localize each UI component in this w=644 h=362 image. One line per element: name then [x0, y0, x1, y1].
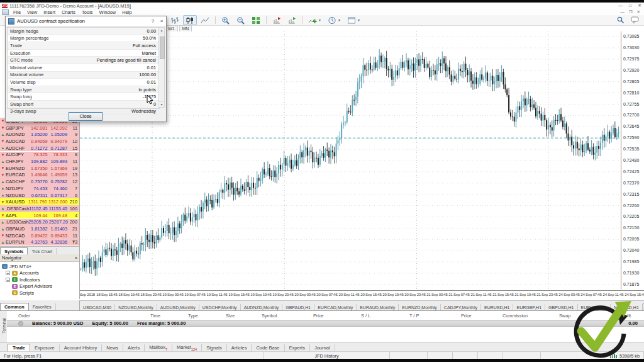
navigator-root[interactable]: ⌂JFD MT4+ [2, 263, 79, 270]
menu-file[interactable]: File [10, 9, 24, 15]
zoom-out-icon[interactable] [234, 15, 248, 25]
scrollbar-thumb[interactable] [160, 37, 165, 59]
minimize-icon[interactable]: — [618, 3, 623, 8]
terminal-side-tab[interactable]: Terminal [0, 310, 7, 343]
market-watch-row[interactable]: ▲GBPAUD1.813821.8140321 [0, 225, 79, 232]
spec-row[interactable]: Maximal volume1000.00 [8, 72, 159, 79]
column-header-order[interactable]: Order [18, 313, 30, 319]
expand-plus-icon[interactable]: + [6, 271, 10, 275]
terminal-tab-exposure[interactable]: Exposure [30, 344, 60, 351]
market-watch-row[interactable]: ▲AUDNZD1.052001.052099 [0, 131, 79, 138]
dialog-close-icon[interactable]: × [157, 18, 166, 24]
zoom-in-icon[interactable] [219, 15, 233, 25]
scroll-down-icon[interactable]: ▼ [159, 101, 164, 107]
terminal-tab-mailbox[interactable]: Mailbox7 [145, 344, 172, 352]
terminal-tab-articles[interactable]: Articles [227, 344, 252, 351]
terminal-tab-account-history[interactable]: Account History [60, 344, 103, 351]
market-watch-row[interactable]: ▼XAUUSD1311.7901312.000210 [0, 198, 79, 205]
market-watch-row[interactable]: ▼AAPL169.44169.484 [0, 212, 79, 219]
market-watch-row[interactable]: ▲.DE30Cash11152.4511153.45100 [0, 205, 79, 212]
tick-down-icon: ▼ [0, 232, 6, 239]
navigator-close-icon[interactable]: × [75, 255, 77, 261]
candlesticks-icon[interactable] [183, 15, 197, 25]
market-watch-row[interactable]: ▼GBPJPY142.081142.09211 [0, 125, 79, 132]
market-watch-scroll-down-icon[interactable]: ▼ [72, 240, 75, 244]
dialog-scrollbar[interactable]: ▲ ▼ [158, 27, 165, 108]
market-watch-row[interactable]: ▲AUDCHF0.712720.7128715 [0, 145, 79, 152]
menu-window[interactable]: Window [96, 9, 119, 15]
market-watch-row[interactable]: ▼AUDJPY78.32578.3338 [0, 152, 79, 159]
terminal-tab-signals[interactable]: Signals [202, 344, 227, 351]
menu-insert[interactable]: Insert [40, 9, 58, 15]
search-icon[interactable] [617, 16, 625, 24]
market-watch-row[interactable]: ▼EURCAD1.496461.4965913 [0, 172, 79, 179]
spec-row[interactable]: ExecutionMarket [8, 50, 159, 57]
market-watch-row[interactable]: ▲CADCHF0.757700.7578212 [0, 178, 79, 185]
dialog-title-bar[interactable]: AUDUSD contract specification ? × [6, 16, 166, 26]
chat-icon[interactable] [631, 16, 639, 24]
spec-row[interactable]: Swap short0 [8, 101, 159, 108]
menu-charts[interactable]: Charts [58, 9, 79, 15]
close-icon[interactable]: ✕ [638, 3, 641, 8]
tile-windows-icon[interactable] [249, 15, 263, 25]
spec-row[interactable]: Margin percentage50.0% [8, 35, 159, 43]
spec-row[interactable]: Volume step0.01 [8, 79, 159, 86]
spec-row[interactable]: Margin hedge0.00 [8, 28, 159, 35]
child-restore-icon[interactable]: ❐ [629, 9, 633, 14]
column-header-symbol[interactable]: Symbol [262, 313, 277, 319]
terminal-tab-trade[interactable]: Trade [8, 344, 30, 351]
auto-scroll-icon[interactable] [285, 15, 299, 25]
navigator-item-expert-advisors[interactable]: EExpert Advisors [2, 283, 79, 290]
scroll-up-icon[interactable]: ▲ [159, 28, 164, 33]
market-watch-row[interactable]: ▲NZDUSD0.673110.673176 [0, 192, 79, 199]
navigator-item-indicators[interactable]: +IIndicators [2, 276, 79, 283]
templates-icon[interactable]: ▼ [345, 15, 363, 25]
child-minimize-icon[interactable]: — [620, 9, 625, 14]
expand-plus-icon[interactable]: + [6, 278, 10, 282]
column-header-swap[interactable]: Swap [559, 313, 570, 319]
column-header-time[interactable]: Time [150, 313, 160, 319]
column-header-type[interactable]: Type [188, 313, 198, 319]
spec-row[interactable]: GTC modePendings are good till cancel [8, 57, 159, 64]
bar-chart-icon[interactable] [168, 15, 182, 25]
column-header-tp[interactable]: T / P [409, 313, 419, 319]
terminal-tab-experts[interactable]: Experts [285, 344, 310, 351]
spec-row[interactable]: Minimal volume0.01 [8, 64, 159, 72]
periods-icon[interactable]: ▼ [325, 15, 343, 25]
navigator-item-scripts[interactable]: SScripts [2, 290, 79, 297]
terminal-tab-journal[interactable]: Journal [310, 344, 335, 351]
terminal-tab-code-base[interactable]: Code Base [252, 344, 284, 351]
spec-row[interactable]: Swap typein points [8, 86, 159, 94]
child-close-icon[interactable]: ✕ [637, 9, 640, 14]
navigator-item-accounts[interactable]: +AAccounts [2, 270, 79, 277]
terminal-tab-news[interactable]: News [102, 344, 123, 351]
column-header-price[interactable]: Price [461, 313, 472, 319]
close-button[interactable]: Close [69, 112, 103, 121]
shift-chart-icon[interactable] [270, 15, 284, 25]
tab-favorites[interactable]: Favorites [29, 303, 56, 310]
market-watch-row[interactable]: ▲.US30Cash25205.2025207.20200 [0, 219, 79, 226]
column-header-commission[interactable]: Commission [502, 313, 528, 319]
market-watch-row[interactable]: ▲EURPLN4.327634.3283673 [0, 239, 79, 246]
market-watch-row[interactable]: ▼EURNZD1.673501.6736919 [0, 165, 79, 172]
market-watch-row[interactable]: ▲NZDJPY74.45374.4607 [0, 185, 79, 192]
market-watch-row[interactable]: ▼AUDCAD0.940690.9407910 [0, 138, 79, 145]
menu-view[interactable]: View [24, 9, 40, 15]
column-header-size[interactable]: Size [226, 313, 235, 319]
column-header-price[interactable]: Price [313, 313, 324, 319]
menu-help[interactable]: Help [119, 9, 135, 15]
indicators-icon[interactable]: ▼ [306, 15, 324, 25]
terminal-tab-market[interactable]: Market124 [172, 344, 202, 352]
column-header-profit[interactable]: Profit [620, 313, 631, 319]
tab-common[interactable]: Common [0, 303, 29, 310]
menu-tools[interactable]: Tools [79, 9, 96, 15]
spec-row[interactable]: Swap long-1.875 [8, 93, 159, 101]
maximize-icon[interactable]: □ [629, 3, 631, 8]
terminal-tab-alerts[interactable]: Alerts [123, 344, 145, 351]
column-header-sl[interactable]: S / L [361, 313, 370, 319]
dialog-help-icon[interactable]: ? [148, 18, 157, 24]
spec-row[interactable]: TradeFull access [8, 42, 159, 50]
market-watch-row[interactable]: ▼NZDCAD0.894220.8943311 [0, 232, 79, 239]
line-chart-icon[interactable] [198, 15, 212, 25]
market-watch-row[interactable]: ▲CHFJPY109.882109.89311 [0, 158, 79, 165]
